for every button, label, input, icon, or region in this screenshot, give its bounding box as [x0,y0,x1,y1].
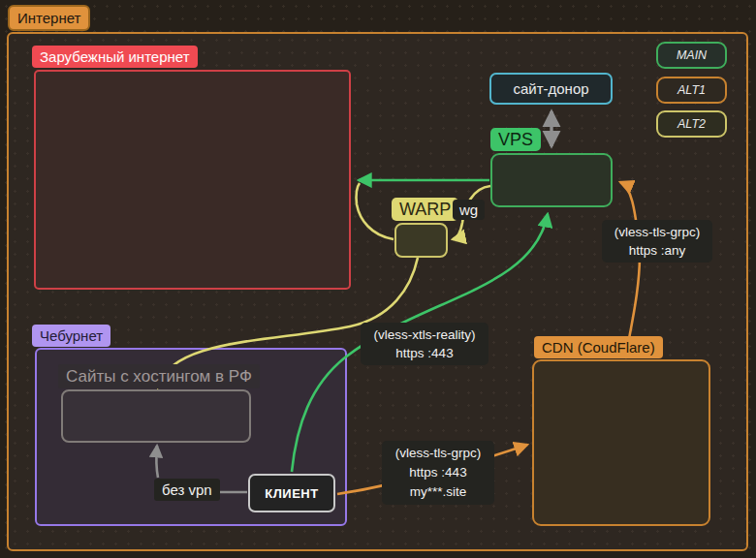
client-node[interactable]: КЛИЕНТ [248,474,335,512]
donor-site-node[interactable]: сайт-донор [489,73,613,105]
edge-label-vless-tls-grpc-443: (vless-tls-grpc) https :443 my***.site [382,441,494,505]
diagram-canvas: сайт-донор КЛИЕНТ [0,0,756,558]
legend-item-alt1[interactable]: ALT1 [656,77,727,104]
cheburnet-zone-badge[interactable]: Чебурнет [32,325,110,347]
edge-label-wg: wg [453,200,485,220]
legend-item-main[interactable]: MAIN [656,42,727,69]
edge-label-no-vpn: без vpn [154,479,220,501]
warp-node[interactable] [394,223,448,258]
ru-sites-node[interactable] [61,389,251,443]
vps-badge[interactable]: VPS [490,128,541,151]
edge-label-line: (vless-tls-grpc) [607,223,708,241]
foreign-internet-zone-badge[interactable]: Зарубежный интернет [32,46,198,68]
legend-item-alt2[interactable]: ALT2 [656,110,727,138]
client-label: КЛИЕНТ [265,486,318,501]
edge-label-line: https :any [607,241,708,260]
edge-label-line: https :443 [365,344,484,362]
donor-site-label: сайт-донор [513,80,588,97]
warp-badge[interactable]: WARP [392,198,458,221]
vps-node[interactable] [490,153,613,207]
edge-label-line: my***.site [387,482,489,502]
ru-sites-title: Сайты с хостингом в РФ [58,364,260,388]
edge-label-line: (vless-tls-grpc) [387,444,489,463]
foreign-internet-zone-box[interactable] [34,70,351,290]
cdn-badge[interactable]: CDN (CoudFlare) [534,336,663,358]
edge-label-line: (vless-xtls-reality) [365,326,484,344]
edge-label-line: https :443 [387,463,489,482]
edge-label-vless-xtls-reality: (vless-xtls-reality) https :443 [361,323,488,365]
internet-zone-badge[interactable]: Интернет [8,5,90,31]
edge-label-vless-tls-grpc-any: (vless-tls-grpc) https :any [602,220,712,263]
cdn-node[interactable] [532,359,710,526]
